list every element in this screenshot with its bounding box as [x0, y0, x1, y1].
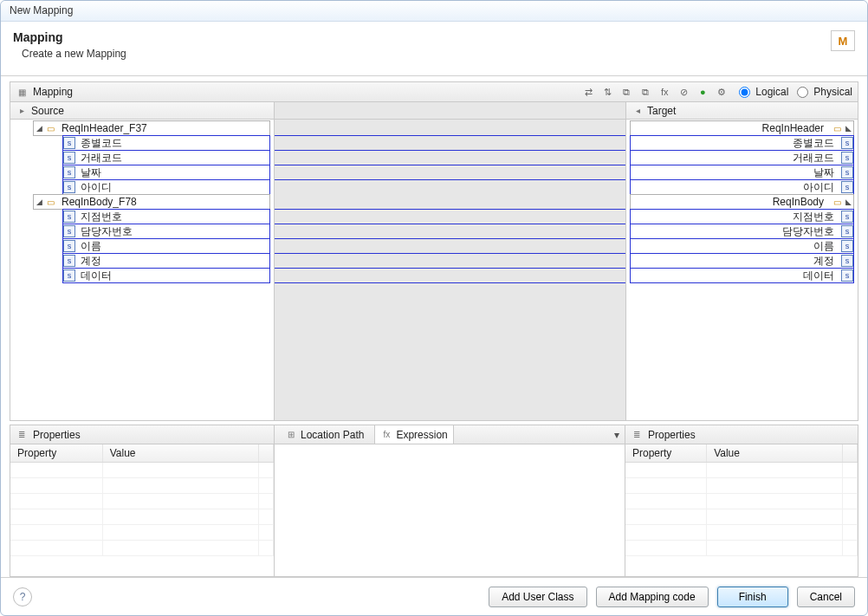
- target-panel: ◂ Target ReqInHeader▭◣ 종별코드s 거래코드s 날짜s 아…: [625, 102, 858, 420]
- source-field[interactable]: s계정: [62, 253, 270, 269]
- source-tree[interactable]: ◢▭ReqInHeader_F37 s종별코드 s거래코드 s날짜 s아이디 ◢…: [10, 120, 274, 420]
- mapping-canvas[interactable]: [275, 102, 625, 420]
- target-properties-table[interactable]: PropertyValue: [625, 444, 858, 556]
- tool-icon-1[interactable]: ⇄: [581, 85, 595, 99]
- target-field[interactable]: 거래코드s: [630, 150, 854, 165]
- mapping-toolbar: ▦ Mapping ⇄ ⇅ ⧉ ⧉ fx ⊘ ● ⚙ Logical Physi…: [10, 81, 858, 102]
- tool-icon-fx[interactable]: fx: [657, 85, 671, 99]
- source-field[interactable]: s종별코드: [62, 135, 270, 151]
- panel-title: Properties: [33, 429, 81, 441]
- tool-icon-2[interactable]: ⇅: [600, 85, 614, 99]
- source-icon: ▸: [16, 105, 28, 117]
- expression-body[interactable]: [275, 444, 625, 576]
- source-field[interactable]: s거래코드: [62, 150, 270, 165]
- tool-icon-4[interactable]: ⧉: [638, 85, 652, 99]
- target-properties-panel: ≣Properties PropertyValue: [625, 425, 858, 576]
- dialog-footer: ? Add User Class Add Mapping code Finish…: [1, 577, 867, 615]
- target-field[interactable]: 담당자번호s: [630, 224, 854, 239]
- col-value[interactable]: Value: [102, 444, 258, 463]
- page-subtitle: Create a new Mapping: [22, 48, 126, 60]
- window-titlebar[interactable]: New Mapping: [1, 1, 867, 22]
- target-group-0[interactable]: ReqInHeader▭◣: [630, 120, 854, 136]
- col-property[interactable]: Property: [625, 444, 707, 463]
- middle-header: [275, 102, 625, 120]
- location-path-icon: ⊞: [285, 429, 297, 441]
- source-group-0[interactable]: ◢▭ReqInHeader_F37: [33, 120, 270, 136]
- main-area: ▦ Mapping ⇄ ⇅ ⧉ ⧉ fx ⊘ ● ⚙ Logical Physi…: [1, 76, 867, 577]
- dialog-header: Mapping Create a new Mapping M: [1, 22, 867, 76]
- radio-physical[interactable]: [797, 87, 808, 98]
- source-properties-table[interactable]: PropertyValue: [10, 444, 274, 556]
- expression-icon: fx: [380, 429, 392, 441]
- source-field[interactable]: s데이터: [62, 268, 270, 283]
- tool-icon-gear[interactable]: ⚙: [715, 85, 729, 99]
- target-field[interactable]: 아이디s: [630, 179, 854, 195]
- add-user-class-button[interactable]: Add User Class: [489, 587, 586, 607]
- source-field[interactable]: s날짜: [62, 165, 270, 180]
- source-field[interactable]: s담당자번호: [62, 224, 270, 239]
- properties-icon: ≣: [631, 429, 643, 441]
- target-group-1[interactable]: ReqInBody▭◣: [630, 194, 854, 210]
- source-field[interactable]: s아이디: [62, 179, 270, 195]
- target-field[interactable]: 데이터s: [630, 268, 854, 283]
- source-properties-panel: ≣Properties PropertyValue: [10, 425, 275, 576]
- source-group-1[interactable]: ◢▭ReqInBody_F78: [33, 194, 270, 210]
- page-title: Mapping: [13, 30, 126, 44]
- bottom-panels: ≣Properties PropertyValue ⊞Location Path…: [10, 425, 858, 577]
- panel-title: Properties: [648, 429, 696, 441]
- source-header: ▸ Source: [10, 102, 274, 120]
- source-title: Source: [31, 105, 64, 117]
- mapping-bar-title: Mapping: [33, 86, 73, 98]
- add-mapping-code-button[interactable]: Add Mapping code: [596, 587, 709, 607]
- radio-logical[interactable]: [739, 87, 750, 98]
- tool-icon-remove[interactable]: ⊘: [677, 85, 690, 99]
- target-title: Target: [647, 105, 676, 117]
- target-field[interactable]: 종별코드s: [630, 135, 854, 151]
- target-field[interactable]: 이름s: [630, 238, 854, 254]
- source-field[interactable]: s이름: [62, 238, 270, 254]
- target-tree[interactable]: ReqInHeader▭◣ 종별코드s 거래코드s 날짜s 아이디s ReqIn…: [626, 120, 858, 420]
- properties-icon: ≣: [16, 429, 28, 441]
- target-field[interactable]: 계정s: [630, 253, 854, 269]
- expression-panel: ⊞Location Path fxExpression ▾: [275, 425, 625, 576]
- target-field[interactable]: 날짜s: [630, 165, 854, 180]
- target-icon: ◂: [632, 105, 644, 117]
- tab-location-path[interactable]: ⊞Location Path: [280, 425, 369, 444]
- source-field[interactable]: s지점번호: [62, 209, 270, 224]
- target-header: ◂ Target: [626, 102, 858, 120]
- source-panel: ▸ Source ◢▭ReqInHeader_F37 s종별코드 s거래코드 s…: [10, 102, 275, 420]
- tab-expression[interactable]: fxExpression: [374, 425, 453, 444]
- help-button[interactable]: ?: [13, 587, 32, 606]
- tool-icon-3[interactable]: ⧉: [619, 85, 633, 99]
- expression-dropdown-icon[interactable]: ▾: [614, 429, 619, 441]
- col-property[interactable]: Property: [10, 444, 102, 463]
- new-mapping-dialog: New Mapping Mapping Create a new Mapping…: [0, 0, 868, 616]
- work-area: ▸ Source ◢▭ReqInHeader_F37 s종별코드 s거래코드 s…: [10, 102, 858, 421]
- cancel-button[interactable]: Cancel: [797, 587, 855, 607]
- mapping-icon: M: [831, 30, 855, 51]
- mapping-bar-icon: ▦: [16, 86, 28, 98]
- col-value[interactable]: Value: [707, 444, 843, 463]
- finish-button[interactable]: Finish: [717, 587, 788, 607]
- window-title: New Mapping: [10, 4, 73, 16]
- target-field[interactable]: 지점번호s: [630, 209, 854, 224]
- tool-icon-ok[interactable]: ●: [696, 85, 709, 99]
